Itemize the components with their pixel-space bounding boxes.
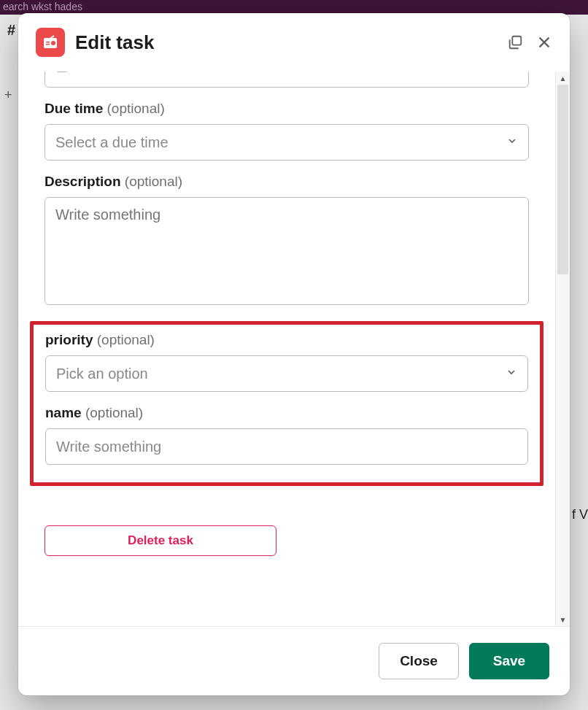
header-actions [507, 34, 552, 50]
name-field: name (optional) Write something [45, 405, 528, 465]
chevron-down-icon [506, 135, 518, 150]
priority-optional: (optional) [97, 332, 155, 347]
svg-rect-4 [512, 36, 521, 45]
name-input[interactable]: Write something [45, 428, 528, 465]
modal-body-wrapper: Select a date Due time (optional) Select… [18, 72, 570, 626]
delete-task-button[interactable]: Delete task [45, 525, 276, 556]
background-plus: + [4, 88, 12, 103]
close-button-label: Close [400, 653, 438, 669]
highlighted-section: priority (optional) Pick an option name … [30, 321, 543, 486]
description-field: Description (optional) [45, 174, 529, 308]
svg-point-1 [51, 41, 55, 45]
description-optional: (optional) [125, 174, 182, 189]
search-text-fragment: earch wkst hades [3, 1, 82, 12]
description-textarea[interactable] [45, 197, 529, 305]
svg-rect-2 [46, 42, 50, 43]
priority-field: priority (optional) Pick an option [45, 332, 528, 392]
due-time-label: Due time (optional) [45, 101, 529, 117]
name-label-text: name [45, 405, 82, 420]
modal-title: Edit task [75, 31, 497, 54]
priority-label-text: priority [45, 332, 93, 347]
priority-label: priority (optional) [45, 332, 528, 348]
background-right-text: f V [572, 507, 588, 522]
edit-task-modal: Edit task [18, 13, 570, 695]
modal-body: Select a date Due time (optional) Select… [18, 72, 555, 626]
calendar-icon [55, 72, 69, 73]
due-date-placeholder: Select a date [76, 72, 161, 74]
name-placeholder: Write something [56, 439, 161, 455]
svg-rect-3 [46, 44, 50, 45]
modal-footer: Close Save [18, 626, 570, 695]
close-button[interactable]: Close [379, 643, 459, 679]
due-time-field: Due time (optional) Select a due time [45, 101, 529, 161]
delete-task-label: Delete task [128, 533, 193, 548]
chevron-down-icon [506, 366, 517, 381]
description-label-text: Description [45, 174, 121, 189]
background-search-bar: earch wkst hades [0, 0, 588, 15]
due-time-optional: (optional) [107, 101, 165, 116]
background-channel-hash: # [7, 22, 15, 39]
modal-header: Edit task [18, 13, 570, 72]
due-time-placeholder: Select a due time [55, 134, 169, 151]
scroll-down-arrow[interactable]: ▼ [556, 613, 570, 626]
close-icon[interactable] [536, 34, 552, 50]
description-label: Description (optional) [45, 174, 529, 190]
name-optional: (optional) [85, 405, 143, 420]
scrollbar[interactable]: ▲ ▼ [555, 72, 570, 626]
save-button-label: Save [493, 653, 525, 669]
due-date-select[interactable]: Select a date [45, 72, 529, 88]
name-label: name (optional) [45, 405, 528, 421]
due-time-label-text: Due time [45, 101, 103, 116]
scroll-up-arrow[interactable]: ▲ [556, 72, 570, 85]
new-window-icon[interactable] [507, 34, 523, 50]
scroll-thumb[interactable] [557, 85, 568, 274]
due-time-select[interactable]: Select a due time [45, 124, 529, 161]
priority-placeholder: Pick an option [56, 366, 148, 382]
priority-select[interactable]: Pick an option [45, 355, 528, 392]
radio-icon [42, 34, 59, 51]
save-button[interactable]: Save [469, 643, 549, 679]
app-icon [36, 28, 65, 57]
